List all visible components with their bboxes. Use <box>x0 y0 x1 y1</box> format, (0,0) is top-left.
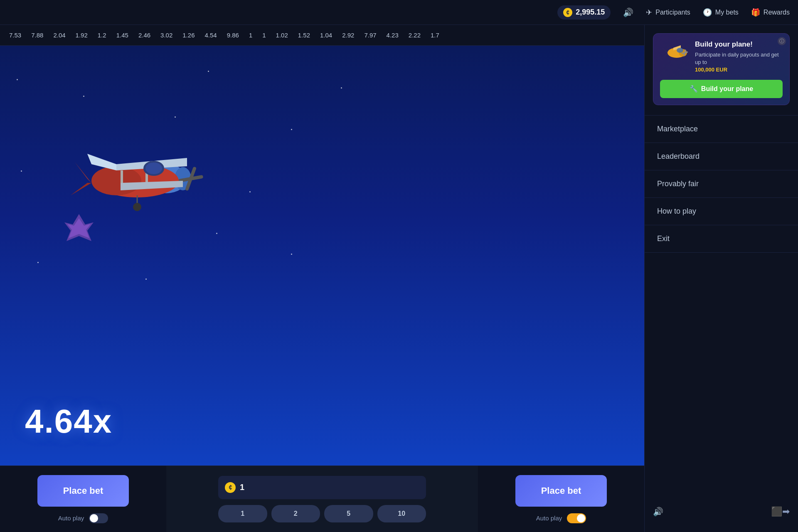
promo-text: Build your plane! Participate in daily p… <box>695 40 783 74</box>
menu-divider-1 <box>645 115 798 116</box>
ticker-item: 1.92 <box>71 30 93 40</box>
ticker-item: 4.23 <box>382 30 404 40</box>
svg-marker-9 <box>87 154 116 170</box>
nav-my-bets[interactable]: 🕐 My bets <box>703 8 739 17</box>
menu-divider-3 <box>645 170 798 170</box>
ticker-item: 3.02 <box>155 30 177 40</box>
star <box>175 116 176 118</box>
menu-divider-4 <box>645 197 798 198</box>
participants-icon: ✈ <box>646 8 652 17</box>
crystal-star <box>62 212 96 245</box>
main-layout: 7.537.882.041.921.21.452.463.021.264.549… <box>0 25 798 532</box>
quick-btn-5[interactable]: 5 <box>324 505 373 522</box>
ticker-item: 7.88 <box>26 30 48 40</box>
star <box>83 96 84 97</box>
svg-marker-21 <box>662 48 668 54</box>
ticker-item: 2.04 <box>48 30 70 40</box>
promo-highlight: 100,000 EUR <box>695 66 727 73</box>
auto-play-label-left: Auto play <box>58 515 84 522</box>
ticker-item: 1.52 <box>293 30 315 40</box>
star <box>145 278 147 280</box>
ticker-item: 1.26 <box>177 30 200 40</box>
auto-play-row-left: Auto play <box>58 513 108 523</box>
airplane-container <box>54 129 204 220</box>
promo-btn-label: Build your plane <box>701 85 753 93</box>
auto-play-row-right: Auto play <box>536 513 586 523</box>
ticker-item: 1.45 <box>111 30 133 40</box>
sidebar-item-leaderboard[interactable]: Leaderboard <box>645 145 798 168</box>
place-bet-button-right[interactable]: Place bet <box>515 475 607 507</box>
bet-quick-btns: 1 2 5 10 <box>218 505 426 522</box>
star <box>216 233 217 234</box>
multiplier-display: 4.64x <box>25 402 112 441</box>
balance-pill: ₵ 2,995.15 <box>557 5 611 20</box>
toggle-knob-right <box>577 514 585 522</box>
bet-section-center: ₵ 1 2 5 10 <box>166 466 478 532</box>
menu-divider-6 <box>645 252 798 253</box>
promo-card: ⓘ Build your plane! <box>653 33 790 105</box>
svg-marker-22 <box>662 53 668 59</box>
sound-icon-nav[interactable]: 🔊 <box>623 7 633 17</box>
promo-title: Build your plane! <box>695 40 783 49</box>
star <box>341 87 342 89</box>
history-icon: 🕐 <box>703 8 712 17</box>
bet-amount-input[interactable] <box>240 483 419 492</box>
sidebar-exit-icon[interactable]: ⬛➡ <box>771 506 790 517</box>
promo-build-button[interactable]: 🔧 Build your plane <box>660 80 783 98</box>
nav-my-bets-label: My bets <box>715 9 739 16</box>
svg-rect-10 <box>121 170 123 183</box>
svg-point-15 <box>133 203 141 211</box>
toggle-knob-left <box>90 514 98 522</box>
svg-marker-7 <box>71 183 91 195</box>
ticker-item: 1.2 <box>93 30 111 40</box>
promo-close-button[interactable]: ⓘ <box>778 37 786 45</box>
place-bet-button-left[interactable]: Place bet <box>37 475 129 507</box>
auto-play-label-right: Auto play <box>536 515 562 522</box>
sidebar-sound-icon[interactable]: 🔊 <box>653 507 663 517</box>
ticker-item: 9.86 <box>222 30 244 40</box>
airplane-svg <box>54 129 204 220</box>
top-nav: ₵ 2,995.15 🔊 ✈ Participants 🕐 My bets 🎁 … <box>0 0 798 25</box>
bet-input-row: ₵ <box>218 476 426 499</box>
nav-participants-label: Participants <box>655 9 690 16</box>
nav-rewards-label: Rewards <box>764 9 790 16</box>
promo-btn-icon: 🔧 <box>690 85 698 93</box>
sidebar-item-marketplace[interactable]: Marketplace <box>645 117 798 141</box>
svg-marker-6 <box>75 162 91 183</box>
auto-play-toggle-right[interactable] <box>567 513 586 523</box>
star <box>17 79 18 80</box>
ticker-item: 4.54 <box>200 30 222 40</box>
quick-btn-1[interactable]: 1 <box>218 505 267 522</box>
menu-divider-2 <box>645 143 798 143</box>
promo-description: Participate in daily payouts and get up … <box>695 51 783 74</box>
promo-content: Build your plane! Participate in daily p… <box>660 40 783 74</box>
origami-star-svg <box>62 212 96 245</box>
ticker-item: 1 <box>257 30 271 40</box>
star <box>249 191 251 192</box>
ticker-item: 1.02 <box>271 30 293 40</box>
ticker-item: 1.7 <box>426 30 444 40</box>
bet-panel: Place bet Auto play ₵ 1 2 5 <box>0 466 644 532</box>
bet-coin-icon: ₵ <box>225 482 236 493</box>
ticker-item: 2.92 <box>337 30 359 40</box>
nav-participants[interactable]: ✈ Participants <box>646 8 690 17</box>
gift-icon: 🎁 <box>751 8 760 17</box>
sidebar-item-provably-fair[interactable]: Provably fair <box>645 172 798 196</box>
svg-point-26 <box>677 48 683 53</box>
quick-btn-10[interactable]: 10 <box>377 505 426 522</box>
sidebar-bottom: 🔊 ⬛➡ <box>645 500 798 524</box>
nav-rewards[interactable]: 🎁 Rewards <box>751 8 790 17</box>
coin-icon: ₵ <box>563 8 572 17</box>
sidebar-item-how-to-play[interactable]: How to play <box>645 200 798 223</box>
ticker-item: 2.22 <box>404 30 426 40</box>
ticker-item: 1.04 <box>315 30 337 40</box>
quick-btn-2[interactable]: 2 <box>271 505 320 522</box>
sidebar-item-exit[interactable]: Exit <box>645 227 798 251</box>
balance-amount: 2,995.15 <box>576 8 605 17</box>
star <box>208 71 209 72</box>
ticker-item: 1 <box>244 30 257 40</box>
sky-canvas: 4.64x <box>0 46 644 466</box>
auto-play-toggle-left[interactable] <box>89 513 108 523</box>
svg-point-13 <box>145 163 162 174</box>
ticker-bar: 7.537.882.041.921.21.452.463.021.264.549… <box>0 25 644 46</box>
